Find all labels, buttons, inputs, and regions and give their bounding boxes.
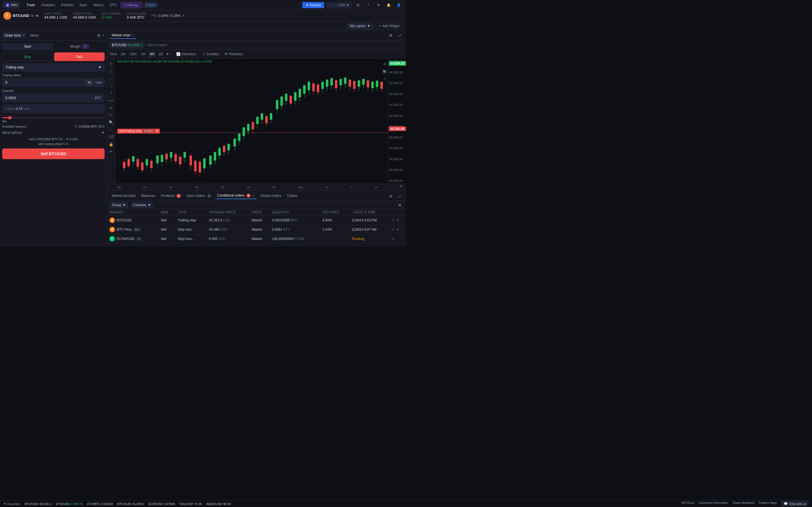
edit-row-icon[interactable]: ✏	[392, 228, 395, 231]
help-icon[interactable]: ?	[364, 1, 372, 9]
row-side: Sell	[158, 216, 175, 225]
nav-earn[interactable]: Earn	[77, 2, 90, 8]
sell-action-button[interactable]: Sell BTC/USD	[2, 149, 105, 159]
order-form-tab-close[interactable]: ✕	[22, 34, 24, 37]
deposit-button[interactable]: ⬇ Deposit	[302, 2, 324, 8]
btc-price-badge[interactable]: ₿ $150	[144, 3, 158, 8]
bottom-panel-settings-icon[interactable]: ⚙	[387, 192, 395, 200]
order-form-tab[interactable]: Order form ✕	[2, 33, 27, 39]
row-distance: 4.94%	[320, 216, 350, 225]
market-favorites-tab[interactable]: Market favorites	[109, 193, 138, 199]
candles-button[interactable]: 🕯 Candles	[200, 51, 221, 57]
chart-expand-icon[interactable]: ⤢	[396, 32, 404, 40]
svg-rect-115	[358, 80, 360, 87]
usd-selector[interactable]: ·········· USD ▼	[326, 2, 352, 8]
bottom-panel-expand-icon[interactable]: ⤢	[396, 192, 404, 200]
conditional-orders-tab-close[interactable]: ✕	[252, 194, 255, 197]
closed-orders-tab[interactable]: Closed orders	[258, 193, 284, 199]
nav-history[interactable]: History	[90, 2, 106, 8]
nav-portfolio[interactable]: Portfolio	[58, 2, 77, 8]
draw-icon[interactable]: ╲	[108, 82, 114, 89]
notifications-icon[interactable]: 🔔	[385, 1, 393, 9]
settings-icon[interactable]: ⚙	[374, 1, 382, 9]
time-1d[interactable]: 1D	[157, 51, 165, 57]
nav-challenge[interactable]: Challenge	[120, 2, 142, 8]
chain-icon[interactable]: ⛓	[31, 14, 34, 17]
info-icon[interactable]: ⓘ	[75, 124, 78, 128]
time-more-icon[interactable]: ▼	[166, 52, 169, 56]
nav-otc[interactable]: OTC	[107, 2, 120, 8]
favorite-star[interactable]: ★	[36, 14, 39, 18]
table-body: ₿ BTC/USD Sell Trailing stop 42,361.9 US…	[107, 216, 406, 244]
margin-tab[interactable]: Margin 5×	[54, 43, 105, 50]
svg-rect-107	[340, 79, 342, 85]
cancel-row-icon[interactable]: ✕	[396, 218, 399, 222]
trailing-stop-label[interactable]: Sell Trailing stop 0.0001 ✕	[117, 129, 160, 133]
nav-analytics[interactable]: Analytics	[39, 2, 58, 8]
crosshair-icon[interactable]: ✛	[108, 60, 114, 67]
pct-unit-btn[interactable]: %	[86, 79, 93, 86]
trailing-offset-input[interactable]	[3, 78, 86, 87]
cancel-row-icon[interactable]: ✕	[392, 237, 395, 241]
table-settings-icon[interactable]: ⊞	[396, 201, 404, 209]
indicators-button[interactable]: 📈 Indicators	[174, 51, 199, 57]
usd-unit-btn[interactable]: USD	[93, 79, 104, 86]
market-badge[interactable]: BTC/USD 44,569.1	[109, 42, 145, 48]
eraser-icon[interactable]: ⌫	[108, 133, 114, 140]
pro-badge[interactable]: K PRO	[3, 2, 20, 8]
eye-icon[interactable]: 👁	[108, 148, 114, 155]
quantity-input[interactable]	[3, 94, 92, 102]
spot-tab[interactable]: Spot	[2, 43, 53, 50]
chart-left-tools: ✛ ╱ ─ ╲ T ⟺ ≋ ✏ 🔍 ⌂ ⌫ 🔒 👁	[107, 59, 115, 184]
chart-layout-icon[interactable]: ⊞	[382, 61, 388, 67]
time-axis-settings-icon[interactable]: ⊙	[397, 182, 405, 190]
chart-zoom-reset-icon[interactable]: ⊙	[382, 75, 388, 82]
svg-rect-109	[344, 77, 347, 83]
add-market-button[interactable]: Add a market	[147, 43, 167, 47]
buy-button[interactable]: Buy	[2, 52, 53, 61]
zoom-icon[interactable]: 🔍	[108, 119, 114, 126]
edit-row-icon[interactable]: ✏	[392, 218, 395, 222]
add-widget-button[interactable]: + Add Widget	[376, 23, 403, 29]
svg-rect-117	[362, 79, 365, 84]
quantity-slider[interactable]	[2, 117, 105, 118]
line-tool-icon[interactable]: ╱	[108, 68, 114, 74]
text-icon[interactable]: T	[108, 90, 114, 96]
alerts-tab[interactable]: Alerts	[28, 33, 41, 39]
chart-settings-icon[interactable]: ⚙	[387, 32, 395, 40]
fib-icon[interactable]: ≋	[108, 104, 114, 111]
time-4h[interactable]: 4H	[148, 51, 156, 57]
grid-icon[interactable]: ⊞	[354, 1, 362, 9]
panel-expand-icon[interactable]: ⤢	[102, 34, 105, 38]
lock-icon[interactable]: 🔒	[108, 141, 114, 148]
row-quantity: 100.00000000 FLOW	[270, 234, 320, 244]
layout-selector[interactable]: My Layout ▼	[347, 23, 373, 29]
chart-photo-icon[interactable]: 📷	[382, 68, 388, 74]
chart-tab-close[interactable]: ✕	[132, 34, 134, 37]
trades-tab[interactable]: Trades	[285, 193, 299, 199]
group-selector[interactable]: Group ▼	[109, 202, 128, 208]
pattern-icon[interactable]: ⌂	[108, 126, 114, 133]
nav-trade[interactable]: Trade	[24, 2, 38, 8]
previews-button[interactable]: 👁 Previews	[222, 51, 245, 57]
open-orders-tab[interactable]: Open orders 2	[184, 193, 214, 199]
panel-settings-icon[interactable]: ⚙	[97, 33, 101, 38]
market-chart-tab[interactable]: Market chart ✕	[109, 32, 136, 39]
measure-icon[interactable]: ⟺	[108, 97, 114, 104]
time-1m[interactable]: 1m	[119, 51, 127, 57]
pair-name[interactable]: BTC/USD	[13, 13, 29, 18]
horizontal-line-icon[interactable]: ─	[108, 75, 114, 82]
cancel-row-icon[interactable]: ✕	[396, 228, 399, 231]
time-1h[interactable]: 1H	[139, 51, 147, 57]
time-15m[interactable]: 15m	[128, 51, 138, 57]
balances-tab[interactable]: Balances	[139, 193, 157, 199]
account-icon[interactable]: 👤	[395, 1, 403, 9]
more-options-toggle[interactable]: More options ▼	[2, 131, 105, 135]
sell-tab-button[interactable]: Sell	[54, 52, 105, 61]
conditional-orders-tab[interactable]: Conditional orders 3 ✕	[215, 192, 257, 199]
pencil-icon[interactable]: ✏	[108, 112, 114, 118]
trailing-stop-close[interactable]: ✕	[156, 129, 158, 133]
columns-selector[interactable]: Columns ▼	[131, 202, 153, 208]
positions-tab[interactable]: Positions 2	[159, 193, 183, 199]
order-type-selector[interactable]: Trailing stop ▼	[2, 63, 105, 71]
